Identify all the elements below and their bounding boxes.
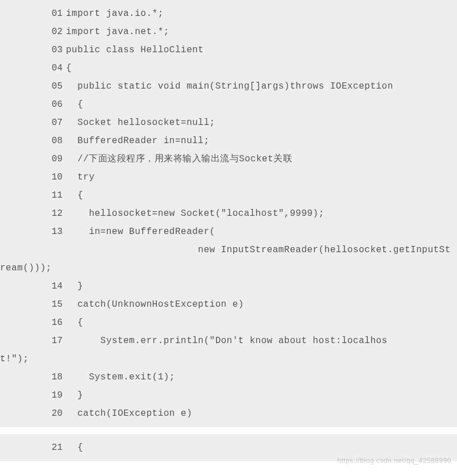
code-line: 08 BufferedReader in=null;: [0, 132, 457, 150]
code-text: System.err.println(″Don't know about hos…: [66, 336, 388, 346]
code-line: 02import java.net.*;: [0, 23, 457, 41]
line-number: 17: [10, 332, 63, 350]
code-text: {: [66, 63, 72, 73]
line-number: 05: [10, 77, 63, 95]
code-text: //下面这段程序，用来将输入输出流与Socket关联: [66, 154, 292, 164]
code-text: catch(UnknownHostException e): [66, 299, 244, 310]
code-text: {: [66, 442, 83, 453]
line-number: 12: [10, 204, 63, 223]
code-line: 10 try: [0, 168, 457, 186]
code-text: try: [66, 172, 95, 182]
line-number: 09: [10, 150, 63, 168]
line-number: 21: [10, 439, 63, 457]
code-text: public class HelloClient: [66, 45, 203, 55]
code-text: {: [66, 318, 83, 328]
code-text: BufferedReader in=null;: [66, 136, 210, 146]
code-line: 03public class HelloClient: [0, 41, 457, 59]
line-number: 03: [10, 41, 63, 59]
code-line: 15 catch(UnknownHostException e): [0, 295, 457, 314]
line-number: 01: [10, 5, 63, 23]
code-line: 11 {: [0, 186, 457, 204]
code-text: import java.io.*;: [66, 9, 164, 19]
code-text: import java.net.*;: [66, 27, 169, 37]
code-line: 13 in=new BufferedReader(: [0, 223, 457, 241]
code-line: 18 System.exit(1);: [0, 368, 457, 386]
code-text: }: [66, 390, 83, 400]
code-line: t!″);: [0, 350, 457, 368]
line-number: 15: [10, 295, 63, 314]
code-line: 12 hellosocket=new Socket(″localhost″,99…: [0, 204, 457, 223]
line-number: 08: [10, 132, 63, 150]
line-number: 04: [10, 59, 63, 77]
watermark-text: https://blog.csdn.net/qq_42588990: [337, 457, 451, 465]
code-line: 04{: [0, 59, 457, 77]
code-text: ream()));: [0, 263, 52, 273]
code-line: 20 catch(IOException e): [0, 404, 457, 423]
code-line: new InputStreamReader(hellosocket.getInp…: [0, 241, 457, 259]
code-text: public static void main(String[]args)thr…: [66, 81, 393, 91]
code-text: Socket hellosocket=null;: [66, 118, 215, 128]
code-line: 09 //下面这段程序，用来将输入输出流与Socket关联: [0, 150, 457, 168]
line-number: 13: [10, 223, 63, 241]
code-container: 01import java.io.*;02import java.net.*;0…: [0, 0, 457, 461]
code-line: 01import java.io.*;: [0, 5, 457, 23]
line-number: 06: [10, 95, 63, 114]
code-text: hellosocket=new Socket(″localhost″,9999)…: [66, 208, 325, 219]
code-text: {: [66, 99, 83, 110]
code-block: 01import java.io.*;02import java.net.*;0…: [0, 0, 457, 427]
line-number: 11: [10, 186, 63, 204]
line-number: 14: [10, 277, 63, 295]
line-number: 16: [10, 314, 63, 332]
code-line: 07 Socket hellosocket=null;: [0, 114, 457, 132]
code-text: catch(IOException e): [66, 408, 192, 419]
code-text: }: [66, 281, 83, 291]
code-line: 19 }: [0, 386, 457, 404]
code-line: 16 {: [0, 314, 457, 332]
code-text: {: [66, 190, 83, 201]
code-line: 14 }: [0, 277, 457, 295]
line-number: 02: [10, 23, 63, 41]
code-line: ream()));: [0, 259, 457, 277]
code-line: 21 {: [0, 439, 457, 457]
code-line: 17 System.err.println(″Don't know about …: [0, 332, 457, 350]
code-text: new InputStreamReader(hellosocket.getInp…: [66, 245, 451, 255]
code-line: 05 public static void main(String[]args)…: [0, 77, 457, 95]
code-text: in=new BufferedReader(: [66, 227, 215, 237]
code-line: 06 {: [0, 95, 457, 114]
line-number: 19: [10, 386, 63, 404]
line-number: 10: [10, 168, 63, 186]
code-text: System.exit(1);: [66, 372, 175, 382]
line-number: 20: [10, 404, 63, 423]
line-number: 07: [10, 114, 63, 132]
code-text: t!″);: [0, 354, 29, 364]
line-number: 18: [10, 368, 63, 386]
